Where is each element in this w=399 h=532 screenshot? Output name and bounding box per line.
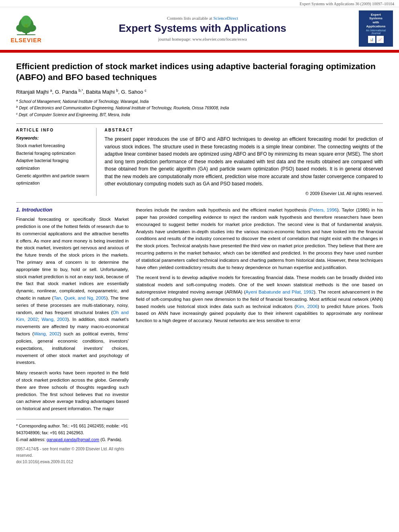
journal-homepage: journal homepage: www.elsevier.com/locat… xyxy=(52,37,353,41)
ref-wang-2002[interactable]: Wang, 2002 xyxy=(34,331,60,336)
journal-citation: Expert Systems with Applications 36 (200… xyxy=(300,2,394,6)
article-title: Efficient prediction of stock market ind… xyxy=(16,61,383,83)
journal-header: Expert Systems with Applications 36 (200… xyxy=(0,0,399,53)
section-1-heading: 1. Introduction xyxy=(16,207,129,213)
header-main: 🌿 ELSEVIER Contents lists available at S… xyxy=(0,7,399,50)
abstract-label: ABSTRACT xyxy=(105,128,383,132)
header-top-bar: Expert Systems with Applications 36 (200… xyxy=(0,0,399,7)
ref-peters-1996[interactable]: Peters, 1996 xyxy=(310,207,337,212)
divider-2 xyxy=(16,202,383,203)
article-info-label: ARTICLE INFO xyxy=(16,128,90,132)
keywords-label: Keywords: xyxy=(16,136,90,140)
doi-text: doi:10.1016/j.eswa.2009.01.012 xyxy=(16,459,129,465)
page-wrapper: Expert Systems with Applications 36 (200… xyxy=(0,0,399,473)
red-divider xyxy=(0,50,399,52)
journal-title: Expert Systems with Applications xyxy=(52,22,353,35)
ref-wang-2003[interactable]: Wang, 2003 xyxy=(41,317,67,322)
elsevier-tree-icon: 🌿 xyxy=(12,14,40,36)
article-content: Efficient prediction of stock market ind… xyxy=(0,53,399,473)
badge-icon-2: 📈 xyxy=(376,36,384,43)
badge-subtitle: An InternationalJournal xyxy=(366,29,386,35)
elsevier-logo: 🌿 ELSEVIER xyxy=(10,14,41,43)
journal-badge: ExpertSystemswithApplications An Interna… xyxy=(359,10,393,47)
affiliations: a School of Management, National Institu… xyxy=(16,98,383,118)
badge-icon-1: 📊 xyxy=(368,36,375,43)
email-link[interactable]: ganapati.panda@gmail.com xyxy=(47,437,99,442)
abstract-text: The present paper introduces the use of … xyxy=(105,136,383,188)
ref-oh-kim-2002[interactable]: Oh and Kim, 2002 xyxy=(16,310,129,322)
col-left-text: Financial forecasting or specifically St… xyxy=(16,216,129,413)
journal-badge-area: ExpertSystemswithApplications An Interna… xyxy=(357,10,395,47)
body-columns: 1. Introduction Financial forecasting or… xyxy=(16,207,383,465)
ref-tan-2005[interactable]: Tan, Quek, and Ng, 2005 xyxy=(53,296,106,300)
footnote-corresponding: * Corresponding author. Tel.: +91 661 24… xyxy=(16,423,129,436)
ref-ayeni-1992[interactable]: Ayeni Babatunde and Pilat, 1992 xyxy=(245,290,314,294)
divider-1 xyxy=(16,123,383,124)
abstract-section: ABSTRACT The present paper introduces th… xyxy=(105,128,383,196)
issn-text: 0957-4174/$ - see front matter © 2009 El… xyxy=(16,446,129,459)
col-right: theories include the random walk hypothe… xyxy=(136,207,383,465)
sciencedirect-link[interactable]: ScienceDirect xyxy=(213,16,238,21)
badge-title: ExpertSystemswithApplications xyxy=(366,13,385,28)
sciencedirect-line: Contents lists available at ScienceDirec… xyxy=(52,16,353,21)
footnote-section: * Corresponding author. Tel.: +91 661 24… xyxy=(16,419,129,465)
issn-line: 0957-4174/$ - see front matter © 2009 El… xyxy=(16,446,129,465)
col-left: 1. Introduction Financial forecasting or… xyxy=(16,207,129,465)
info-abstract-section: ARTICLE INFO Keywords: Stock market fore… xyxy=(16,128,383,196)
elsevier-logo-area: 🌿 ELSEVIER xyxy=(4,14,48,43)
col-right-text: theories include the random walk hypothe… xyxy=(136,207,383,325)
svg-text:🌿: 🌿 xyxy=(24,23,29,29)
badge-icons: 📊 📈 xyxy=(368,36,384,43)
footnote-email: E-mail address: ganapati.panda@gmail.com… xyxy=(16,436,129,443)
copyright-line: © 2009 Elsevier Ltd. All rights reserved… xyxy=(105,191,383,196)
svg-rect-1 xyxy=(17,34,35,35)
elsevier-wordmark: ELSEVIER xyxy=(10,37,41,43)
authors-line: Ritanjali Majhi a, G. Panda b,*, Babita … xyxy=(16,88,383,95)
keywords-list: Stock market forecasting Bacterial forag… xyxy=(16,142,90,187)
article-info: ARTICLE INFO Keywords: Stock market fore… xyxy=(16,128,97,196)
header-center: Contents lists available at ScienceDirec… xyxy=(48,16,357,41)
ref-kim-2006[interactable]: Kim, 2006 xyxy=(296,304,318,309)
